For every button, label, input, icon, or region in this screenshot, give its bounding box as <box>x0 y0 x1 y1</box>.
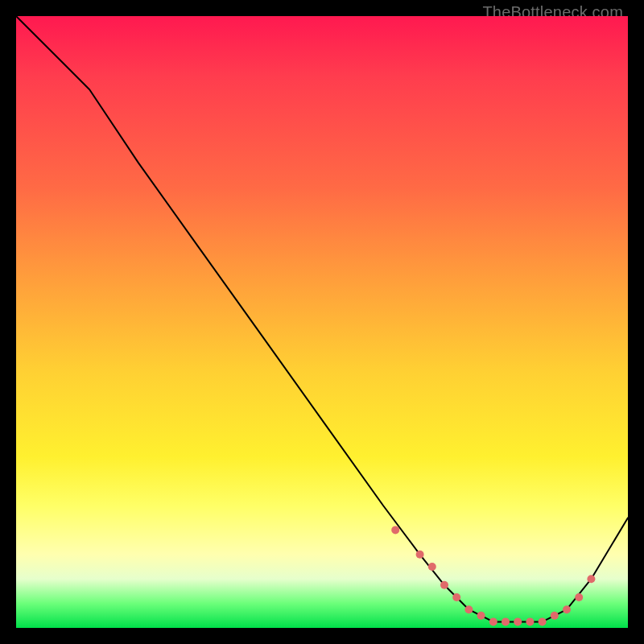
marker-dot <box>563 605 571 613</box>
marker-dots <box>391 526 595 625</box>
marker-dot <box>428 563 436 571</box>
curve-line <box>16 16 628 621</box>
marker-dot <box>551 612 559 620</box>
marker-dot <box>539 617 547 625</box>
marker-dot <box>575 593 583 601</box>
marker-dot <box>452 593 460 601</box>
curve-svg <box>16 16 628 628</box>
marker-dot <box>416 551 424 559</box>
plot-area <box>16 16 628 628</box>
marker-dot <box>464 605 473 613</box>
marker-dot <box>526 617 534 625</box>
chart-frame: TheBottleneck.com <box>0 0 644 644</box>
marker-dot <box>477 612 485 620</box>
marker-dot <box>391 526 399 534</box>
marker-dot <box>489 617 497 625</box>
marker-dot <box>502 617 510 625</box>
marker-dot <box>440 581 448 589</box>
marker-dot <box>514 617 522 625</box>
marker-dot <box>587 575 595 583</box>
